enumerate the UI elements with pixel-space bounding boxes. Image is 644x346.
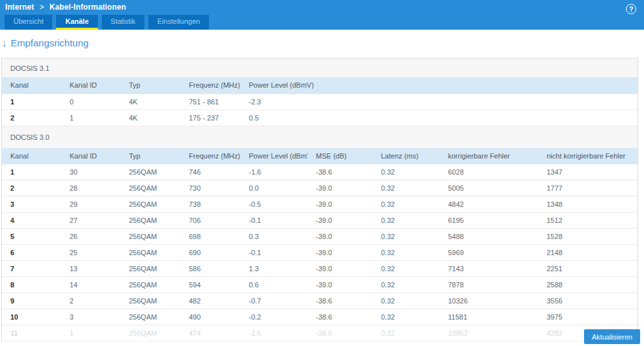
table-cell: 0.32 (373, 309, 440, 325)
table-cell: -39.0 (307, 277, 373, 293)
tab-bar: Übersicht Kanäle Statistik Einstellungen (0, 14, 644, 30)
table-cell: -39.0 (307, 197, 373, 213)
down-arrow-icon: ↓ (2, 37, 7, 48)
table-cell: 29 (61, 197, 121, 213)
tab-uebersicht[interactable]: Übersicht (5, 15, 52, 30)
table-cell: 13 (61, 261, 121, 277)
table-cell: -0.7 (240, 293, 307, 309)
table-cell: -39.0 (307, 180, 373, 197)
table-cell: 0.0 (240, 180, 307, 197)
table-cell: 256QAM (121, 325, 181, 341)
table-cell: 1347 (538, 164, 638, 180)
tab-einstellungen[interactable]: Einstellungen (148, 15, 209, 30)
table-cell: -0.1 (240, 213, 307, 229)
table-cell: -39.0 (307, 229, 373, 245)
table-cell: -0.5 (240, 197, 307, 213)
column-header: Kanal ID (61, 77, 121, 93)
table-cell: 746 (181, 164, 240, 180)
table-cell: 0.32 (373, 277, 440, 293)
table-cell: 256QAM (121, 245, 181, 261)
table-cell: 1 (2, 93, 61, 110)
table-cell: 0.6 (240, 277, 307, 293)
table-cell: -1.6 (240, 164, 307, 180)
table-cell: 175 - 237 (181, 110, 240, 126)
table-cell: -38.6 (307, 293, 373, 309)
table-cell: 3 (2, 197, 61, 213)
app-header: Internet > Kabel-Informationen (0, 0, 644, 14)
table-cell: 1528 (538, 229, 638, 245)
table-cell: 0.32 (373, 164, 440, 180)
table-cell: -38.6 (307, 309, 373, 325)
breadcrumb-separator-icon: > (39, 3, 44, 12)
table-cell: 751 - 861 (181, 93, 240, 110)
table-cell: 4842 (440, 197, 538, 213)
table-cell: 256QAM (121, 229, 181, 245)
table-cell: 10326 (440, 293, 538, 309)
table-cell: 4K (121, 110, 181, 126)
table-cell: 6028 (440, 164, 538, 180)
table-cell: 256QAM (121, 293, 181, 309)
refresh-button[interactable]: Aktualisieren (584, 329, 640, 344)
table-cell: -2.3 (240, 93, 638, 110)
help-button[interactable]: ? (626, 4, 636, 14)
column-header: Typ (121, 77, 181, 93)
table-row: 427256QAM706-0.1-39.00.3261951512 (2, 213, 638, 229)
table-cell: 256QAM (121, 197, 181, 213)
table-cell: 4K (121, 93, 181, 110)
table-cell: -39.0 (307, 245, 373, 261)
table-cell: 738 (181, 197, 240, 213)
table-cell: 482 (181, 293, 240, 309)
table-cell: -39.0 (307, 213, 373, 229)
tab-label: Kanäle (65, 17, 88, 25)
table-cell: 27 (61, 213, 121, 229)
table-cell: 256QAM (121, 213, 181, 229)
table-cell: 11581 (440, 309, 538, 325)
table-cell: 3975 (538, 309, 638, 325)
column-header: Frequenz (MHz) (181, 148, 240, 164)
table-cell: 4 (2, 213, 61, 229)
table-cell: 2 (61, 293, 121, 309)
column-header: Kanal ID (61, 148, 121, 164)
table-cell: 1 (61, 110, 121, 126)
column-header: Power Level (dBmV) (240, 148, 307, 164)
table-cell: 14 (61, 277, 121, 293)
table-cell: 256QAM (121, 180, 181, 197)
table-cell: 5005 (440, 180, 538, 197)
table-cell: 2148 (538, 245, 638, 261)
table-cell: 0.32 (373, 325, 440, 341)
table-cell: 5 (2, 229, 61, 245)
table-cell: 730 (181, 180, 240, 197)
table-cell: 594 (181, 277, 240, 293)
table-cell: 490 (181, 309, 240, 325)
table-cell: -39.0 (307, 261, 373, 277)
table-row: 625256QAM690-0.1-39.00.3259692148 (2, 245, 638, 261)
question-icon: ? (629, 6, 634, 13)
docsis30-section-header: DOCSIS 3.0 (2, 126, 638, 148)
table-cell: 698 (181, 229, 240, 245)
tab-statistik[interactable]: Statistik (102, 15, 145, 30)
tab-kanaele[interactable]: Kanäle (56, 15, 97, 30)
table-header-row: KanalKanal IDTypFrequenz (MHz)Power Leve… (2, 148, 638, 164)
table-cell: 690 (181, 245, 240, 261)
column-header: Typ (121, 148, 181, 164)
direction-heading-label: Empfangsrichtung (11, 37, 89, 48)
table-row: 214K175 - 2370.5 (2, 110, 638, 126)
main-content: ↓ Empfangsrichtung DOCSIS 3.1 KanalKanal… (0, 37, 644, 341)
breadcrumb-section[interactable]: Internet (5, 3, 34, 12)
table-row: 329256QAM738-0.5-39.00.3248421348 (2, 197, 638, 213)
column-header: Power Level (dBmV) (240, 77, 638, 93)
table-cell: 0.32 (373, 180, 440, 197)
table-cell: 28 (61, 180, 121, 197)
table-cell: 2 (2, 180, 61, 197)
table-cell: 7143 (440, 261, 538, 277)
table-cell: 256QAM (121, 164, 181, 180)
table-cell: 8 (2, 277, 61, 293)
table-cell: 2588 (538, 277, 638, 293)
table-row: 130256QAM746-1.6-38.60.3260281347 (2, 164, 638, 180)
table-cell: 256QAM (121, 261, 181, 277)
table-cell: -38.6 (307, 164, 373, 180)
table-cell: -0.2 (240, 309, 307, 325)
table-cell: 5969 (440, 245, 538, 261)
table-cell: 25 (61, 245, 121, 261)
table-cell: 256QAM (121, 277, 181, 293)
